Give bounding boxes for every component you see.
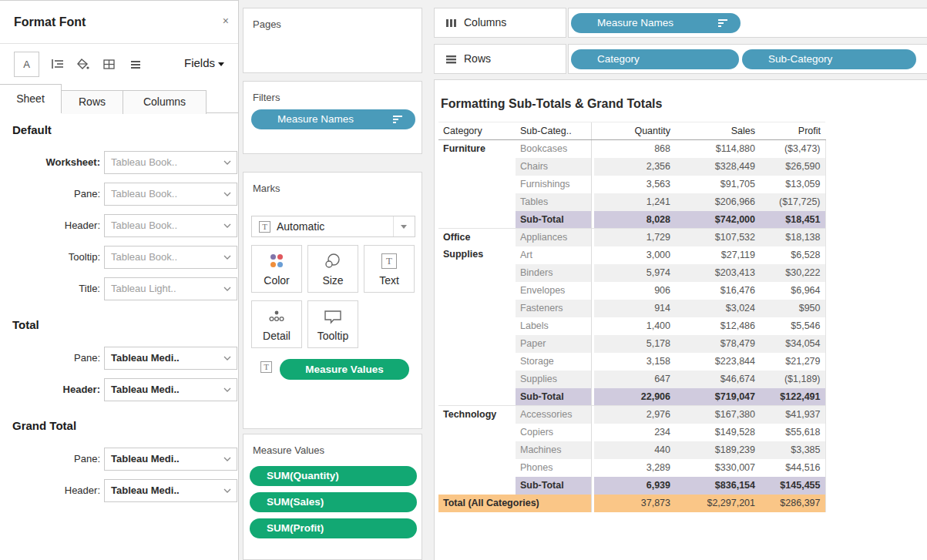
sales-cell[interactable]: $189,239: [675, 441, 760, 459]
profit-cell[interactable]: $122,491: [760, 388, 825, 406]
title-font-select[interactable]: Tableau Light..: [104, 277, 237, 300]
subcategory-cell[interactable]: Furnishings: [516, 176, 591, 193]
subcategory-cell[interactable]: Art: [516, 246, 591, 264]
profit-cell[interactable]: $6,964: [760, 282, 825, 300]
quantity-cell[interactable]: 3,563: [594, 176, 675, 193]
subcategory-cell[interactable]: Fasteners: [516, 300, 591, 317]
profit-cell[interactable]: $30,222: [760, 264, 825, 282]
grand-total-label-cell[interactable]: Total (All Categories): [438, 495, 591, 512]
quantity-cell[interactable]: 2,356: [594, 158, 675, 176]
pill-sum-sales[interactable]: SUM(Sales): [250, 492, 417, 512]
mark-type-dropdown-arrow[interactable]: [393, 216, 415, 236]
worksheet-font-select[interactable]: Tableau Book..: [104, 151, 237, 174]
quantity-cell[interactable]: 3,289: [594, 459, 675, 477]
filter-pill-measure-names[interactable]: Measure Names: [251, 109, 415, 129]
pill-sub-category[interactable]: Sub-Category: [742, 49, 916, 69]
profit-cell[interactable]: $41,937: [760, 406, 825, 424]
quantity-cell[interactable]: 440: [594, 441, 675, 459]
header-profit[interactable]: Profit: [760, 122, 825, 140]
lines-icon[interactable]: [129, 58, 143, 72]
quantity-cell[interactable]: 3,158: [594, 353, 675, 371]
sales-cell[interactable]: $328,449: [675, 158, 760, 176]
sales-cell[interactable]: $836,154: [675, 477, 760, 495]
sales-cell[interactable]: $223,844: [675, 353, 760, 371]
pill-sum-profit[interactable]: SUM(Profit): [250, 518, 417, 538]
sales-cell[interactable]: $149,528: [675, 424, 760, 441]
subcategory-cell[interactable]: Accessories: [516, 406, 591, 424]
header-category[interactable]: Category: [438, 122, 516, 140]
fields-dropdown[interactable]: Fields: [184, 56, 224, 69]
subcategory-cell[interactable]: Bookcases: [516, 140, 591, 158]
profit-cell[interactable]: ($1,189): [760, 371, 825, 388]
category-cell[interactable]: Technology: [438, 406, 516, 495]
tab-columns[interactable]: Columns: [123, 90, 207, 114]
profit-cell[interactable]: ($3,473): [760, 140, 825, 158]
profit-cell[interactable]: $44,516: [760, 459, 825, 477]
subtotal-label-cell[interactable]: Sub-Total: [516, 477, 591, 495]
sales-cell[interactable]: $46,674: [675, 371, 760, 388]
sales-cell[interactable]: $16,476: [675, 282, 760, 300]
profit-cell[interactable]: $950: [760, 300, 825, 317]
pill-category[interactable]: Category: [571, 49, 739, 69]
borders-icon[interactable]: [102, 58, 116, 72]
subcategory-cell[interactable]: Supplies: [516, 371, 591, 388]
subcategory-cell[interactable]: Paper: [516, 335, 591, 353]
sales-cell[interactable]: $27,119: [675, 246, 760, 264]
profit-cell[interactable]: ($17,725): [760, 193, 825, 211]
filters-shelf[interactable]: Filters Measure Names: [243, 81, 422, 154]
sales-cell[interactable]: $2,297,201: [675, 495, 760, 512]
font-format-button[interactable]: A: [14, 52, 39, 77]
sales-cell[interactable]: $78,479: [675, 335, 760, 353]
color-button[interactable]: Color: [251, 245, 302, 293]
measure-values-encoding-pill[interactable]: Measure Values: [280, 359, 409, 380]
sales-cell[interactable]: $742,000: [675, 211, 760, 229]
profit-cell[interactable]: $18,451: [760, 211, 825, 229]
quantity-cell[interactable]: 906: [594, 282, 675, 300]
tab-rows[interactable]: Rows: [62, 90, 123, 114]
profit-cell[interactable]: $18,138: [760, 229, 825, 246]
quantity-cell[interactable]: 8,028: [594, 211, 675, 229]
tooltip-font-select[interactable]: Tableau Book..: [104, 246, 237, 269]
profit-cell[interactable]: $145,455: [760, 477, 825, 495]
header-sub-category[interactable]: Sub-Categ..: [516, 122, 591, 140]
header-sales[interactable]: Sales: [675, 122, 760, 140]
subtotal-label-cell[interactable]: Sub-Total: [516, 388, 591, 406]
quantity-cell[interactable]: 2,976: [594, 406, 675, 424]
header-font-select[interactable]: Tableau Book..: [104, 214, 237, 237]
quantity-cell[interactable]: 22,906: [594, 388, 675, 406]
tooltip-button[interactable]: Tooltip: [307, 300, 358, 348]
shading-bucket-icon[interactable]: [76, 58, 90, 72]
category-cell[interactable]: Office Supplies: [438, 229, 516, 406]
sales-cell[interactable]: $12,486: [675, 317, 760, 335]
quantity-cell[interactable]: 1,400: [594, 317, 675, 335]
quantity-cell[interactable]: 5,178: [594, 335, 675, 353]
pane-font-select[interactable]: Tableau Book..: [104, 183, 237, 206]
profit-cell[interactable]: $13,059: [760, 176, 825, 193]
sales-cell[interactable]: $3,024: [675, 300, 760, 317]
quantity-cell[interactable]: 5,974: [594, 264, 675, 282]
subcategory-cell[interactable]: Chairs: [516, 158, 591, 176]
close-icon[interactable]: ×: [223, 15, 229, 27]
alignment-icon[interactable]: [51, 58, 65, 72]
pages-shelf[interactable]: Pages: [243, 8, 422, 73]
quantity-cell[interactable]: 914: [594, 300, 675, 317]
detail-button[interactable]: Detail: [251, 300, 302, 348]
profit-cell[interactable]: $55,618: [760, 424, 825, 441]
profit-cell[interactable]: $6,528: [760, 246, 825, 264]
profit-cell[interactable]: $34,054: [760, 335, 825, 353]
grand-total-header-font-select[interactable]: Tableau Medi..: [104, 479, 237, 502]
quantity-cell[interactable]: 868: [594, 140, 675, 158]
sales-cell[interactable]: $206,966: [675, 193, 760, 211]
sales-cell[interactable]: $107,532: [675, 229, 760, 246]
header-quantity[interactable]: Quantity: [594, 122, 675, 140]
pill-sum-quantity[interactable]: SUM(Quantity): [250, 466, 417, 486]
sales-cell[interactable]: $203,413: [675, 264, 760, 282]
subcategory-cell[interactable]: Envelopes: [516, 282, 591, 300]
sales-cell[interactable]: $91,705: [675, 176, 760, 193]
subcategory-cell[interactable]: Phones: [516, 459, 591, 477]
quantity-cell[interactable]: 647: [594, 371, 675, 388]
quantity-cell[interactable]: 1,241: [594, 193, 675, 211]
quantity-cell[interactable]: 234: [594, 424, 675, 441]
quantity-cell[interactable]: 37,873: [594, 495, 675, 512]
sales-cell[interactable]: $167,380: [675, 406, 760, 424]
